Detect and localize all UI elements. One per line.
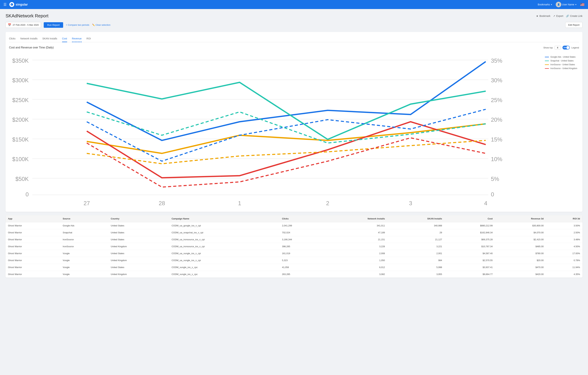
tab-cost[interactable]: Cost xyxy=(62,35,67,42)
table-cell-app: Ghost Warrior xyxy=(6,243,60,250)
table-cell-campaign-name: CODM_ua_ironsource_ios_v_cpi xyxy=(169,236,280,243)
legend-item: Google Ads - United States xyxy=(545,56,577,58)
create-link-button[interactable]: 🔗 Create Link xyxy=(566,15,582,17)
table-cell-country: United Kingdom xyxy=(108,257,169,264)
logo-text: singular xyxy=(16,3,28,6)
flag-icon[interactable]: 🇺🇸 xyxy=(580,2,585,7)
table-row: Ghost WarriorVungleUnited KingdomCODM_ua… xyxy=(6,257,582,264)
table-cell-network-installs: 3,228 xyxy=(323,243,387,250)
edit-report-button[interactable]: Edit Report xyxy=(565,22,582,28)
table-cell-app: Ghost Warrior xyxy=(6,264,60,271)
table-cell-app: Ghost Warrior xyxy=(6,271,60,278)
menu-icon[interactable]: ☰ xyxy=(3,2,7,7)
svg-text:S: S xyxy=(11,4,12,6)
legend-item-label: Snapchat - United States xyxy=(550,60,573,62)
table-cell-revenue-3d: $420.00 xyxy=(495,271,546,278)
filters-bar: 📅 27 Feb 2020 - 5 Mar 2020 Run Report + … xyxy=(6,22,582,28)
legend-color xyxy=(545,57,549,57)
table-cell-network-installs: 1,050 xyxy=(323,257,387,264)
table-cell-app: Ghost Warrior xyxy=(6,236,60,243)
data-table-card: AppSourceCountryCampaign NameClicksNetwo… xyxy=(6,215,582,278)
table-cell-revenue-3d: $2,415.00 xyxy=(495,236,546,243)
table-cell-campaign-name: CODM_ua_snapchat_ios_v_cpi xyxy=(169,229,280,236)
table-cell-network-installs: 6,012 xyxy=(323,264,387,271)
table-cell-clicks: 41,058 xyxy=(280,264,323,271)
date-range-label: 27 Feb 2020 - 5 Mar 2020 xyxy=(13,24,39,26)
page-header-actions: ★ Bookmark ↗ Export 🔗 Create Link xyxy=(536,15,582,17)
table-cell-revenue-3d: $485.00 xyxy=(495,243,546,250)
table-cell-country: United States xyxy=(108,229,169,236)
col-header-skan-installs: SKAN Installs xyxy=(387,215,445,222)
bookmarks-label: Bookmarks xyxy=(538,3,550,6)
table-cell-skan-installs: 2,001 xyxy=(387,250,445,257)
table-cell-skan-installs: 3,221 xyxy=(387,243,445,250)
tab-clicks[interactable]: Clicks xyxy=(9,35,15,42)
svg-text:27: 27 xyxy=(84,200,90,206)
col-header-revenue-3d: Revenue 3d xyxy=(495,215,546,222)
topnav-right: Bookmarks ▼ 👤 User Name ▼ 🇺🇸 xyxy=(538,2,585,7)
table-cell-clicks: 161,019 xyxy=(280,250,323,257)
table-cell-revenue-3d: $20.00 xyxy=(495,257,546,264)
table-cell-clicks: 702,024 xyxy=(280,229,323,236)
create-link-label: Create Link xyxy=(570,15,582,17)
svg-text:3: 3 xyxy=(409,200,412,206)
table-cell-cost: $69,375.28 xyxy=(445,236,495,243)
table-row: Ghost WarriorSnapchatUnited StatesCODM_u… xyxy=(6,229,582,236)
svg-text:$250K: $250K xyxy=(12,97,29,103)
topnav: ☰ S singular Bookmarks ▼ 👤 User Name ▼ 🇺… xyxy=(0,0,588,9)
col-header-cost: Cost xyxy=(445,215,495,222)
legend-item-label: Google Ads - United States xyxy=(550,56,576,58)
legend-toggle[interactable]: ON xyxy=(563,46,570,49)
legend-item: IronSource - United Kingdom xyxy=(545,67,577,70)
svg-text:15%: 15% xyxy=(491,136,502,143)
svg-text:0: 0 xyxy=(491,191,494,198)
svg-text:20%: 20% xyxy=(491,117,502,123)
legend-item: IronSource - United States xyxy=(545,63,577,66)
tab-roi[interactable]: ROI xyxy=(86,35,91,42)
table-cell-country: United States xyxy=(108,250,169,257)
col-header-source: Source xyxy=(60,215,108,222)
table-cell-network-installs: 2,008 xyxy=(323,250,387,257)
run-report-button[interactable]: Run Report xyxy=(44,22,63,28)
bookmark-button[interactable]: ★ Bookmark xyxy=(536,15,550,17)
chart-area: $350K $300K $250K $200K $150K $100K $50K… xyxy=(9,52,579,208)
compare-periods-button[interactable]: + Compare two periods xyxy=(66,24,89,26)
avatar: 👤 xyxy=(556,2,561,7)
bookmarks-menu[interactable]: Bookmarks ▼ xyxy=(538,3,552,6)
table-cell-campaign-name: CODM_vungle_ios_v_cpc xyxy=(169,264,280,271)
tab-network-installs[interactable]: Network Installs xyxy=(20,35,37,42)
data-table: AppSourceCountryCampaign NameClicksNetwo… xyxy=(6,215,582,278)
table-cell-source: Vungle xyxy=(60,264,108,271)
legend-item-label: IronSource - United Kingdom xyxy=(550,67,577,70)
logo-icon: S xyxy=(9,2,14,7)
legend-color xyxy=(545,68,549,69)
table-header: AppSourceCountryCampaign NameClicksNetwo… xyxy=(6,215,582,222)
export-button[interactable]: ↗ Export xyxy=(553,15,563,17)
table-cell-clicks: 2,041,299 xyxy=(280,222,323,229)
pencil-icon: ✏️ xyxy=(92,24,95,26)
col-header-clicks: Clicks xyxy=(280,215,323,222)
date-picker[interactable]: 📅 27 Feb 2020 - 5 Mar 2020 xyxy=(6,22,41,28)
table-cell-roi-3d: 3.50% xyxy=(546,222,582,229)
chart-tabs: ClicksNetwork InstallsSKAN InstallsCostR… xyxy=(9,35,579,42)
table-cell-revenue-3d: $780.00 xyxy=(495,250,546,257)
table-cell-source: Google Ads xyxy=(60,222,108,229)
col-header-campaign-name: Campaign Name xyxy=(169,215,280,222)
show-top-input[interactable] xyxy=(555,46,561,49)
bookmark-label: Bookmark xyxy=(539,15,550,17)
tab-revenue[interactable]: Revenue xyxy=(72,35,82,42)
col-header-network-installs: Network Installs xyxy=(323,215,387,222)
table-cell-skan-installs: 29 xyxy=(387,229,445,236)
svg-text:$200K: $200K xyxy=(12,117,29,123)
clear-selection-button[interactable]: ✏️ Clear selection xyxy=(92,24,110,26)
user-menu[interactable]: 👤 User Name ▼ xyxy=(556,2,577,7)
user-caret: ▼ xyxy=(575,4,577,6)
svg-text:0: 0 xyxy=(25,191,29,198)
table-cell-clicks: 398,285 xyxy=(280,243,323,250)
toggle-knob xyxy=(566,46,569,49)
legend-item-label: IronSource - United States xyxy=(550,63,575,66)
tab-skan-installs[interactable]: SKAN Installs xyxy=(42,35,57,42)
table-cell-roi-3d: 3.48% xyxy=(546,236,582,243)
show-top-label: Show top xyxy=(543,46,553,49)
col-header-roi-3d: ROI 3d xyxy=(546,215,582,222)
